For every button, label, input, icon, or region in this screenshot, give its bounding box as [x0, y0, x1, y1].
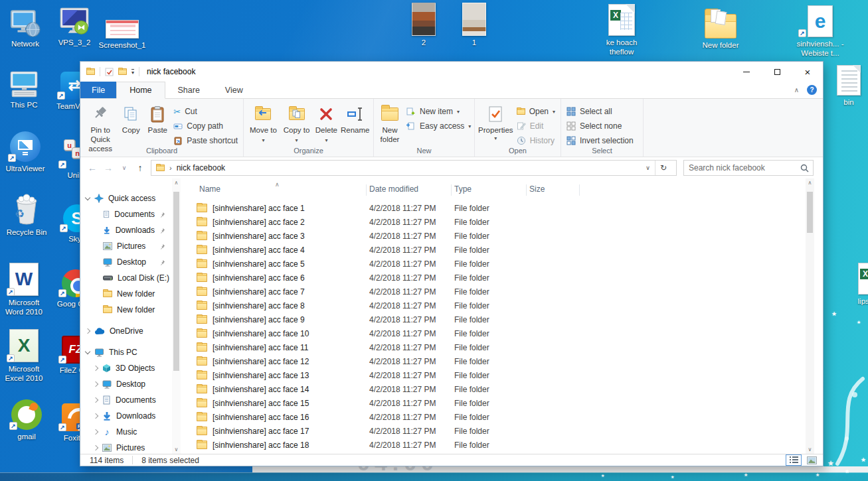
- chevron-right-icon[interactable]: [85, 328, 90, 334]
- rename-button[interactable]: Rename: [339, 103, 371, 135]
- back-button[interactable]: ←: [84, 163, 100, 173]
- desktop-icon-this-pc[interactable]: This PC: [3, 65, 45, 109]
- column-header-type[interactable]: Type: [452, 184, 527, 196]
- tab-home[interactable]: Home: [116, 82, 165, 99]
- desktop-icon-ultraviewer[interactable]: ↗ UltraViewer: [4, 129, 46, 173]
- properties-button[interactable]: Properties ▾: [477, 103, 514, 141]
- sidebar-item-documents-pc[interactable]: Documents: [80, 392, 172, 408]
- collapse-ribbon-icon[interactable]: ∧: [794, 86, 799, 94]
- partial-row[interactable]: [181, 452, 814, 453]
- table-row[interactable]: [sinhvienshare] acc face 8 4/2/2018 11:2…: [181, 299, 814, 312]
- forward-button[interactable]: →: [100, 163, 116, 173]
- sidebar-item-downloads-pc[interactable]: Downloads: [80, 408, 172, 424]
- table-row[interactable]: [sinhvienshare] acc face 15 4/2/2018 11:…: [181, 396, 814, 410]
- sidebar-item-this-pc[interactable]: This PC: [80, 344, 172, 360]
- easy-access-button[interactable]: Easy access▾: [403, 119, 474, 133]
- column-header-date-modified[interactable]: Date modified: [367, 184, 452, 196]
- desktop-icon-vps[interactable]: VPS_3_2: [53, 3, 96, 47]
- sidebar-item-documents[interactable]: Documents: [80, 206, 172, 222]
- desktop-icon-word[interactable]: W↗ Microsoft Word 2010: [3, 263, 45, 316]
- chevron-right-icon[interactable]: [93, 413, 98, 419]
- desktop-icon-new-folder[interactable]: New folder: [697, 5, 744, 50]
- table-row[interactable]: [sinhvienshare] acc face 11 4/2/2018 11:…: [181, 340, 814, 354]
- desktop-icon-excel[interactable]: X↗ Microsoft Excel 2010: [3, 329, 45, 383]
- pin-to-quick-access-button[interactable]: Pin to Quick access: [83, 103, 118, 153]
- search-input[interactable]: [684, 163, 798, 172]
- scroll-up-icon[interactable]: ∧: [806, 180, 814, 186]
- chevron-right-icon[interactable]: [93, 429, 98, 435]
- select-none-button[interactable]: Select none: [564, 119, 636, 133]
- paste-shortcut-button[interactable]: Paste shortcut: [171, 133, 240, 148]
- tab-share[interactable]: Share: [165, 82, 213, 98]
- edit-button[interactable]: Edit: [514, 119, 558, 133]
- new-folder-qat-icon[interactable]: [118, 68, 127, 75]
- copy-path-button[interactable]: Copy path: [171, 119, 240, 133]
- sidebar-scrollbar[interactable]: ∧ ∨: [172, 178, 181, 454]
- open-button[interactable]: Open▾: [514, 104, 558, 119]
- table-row[interactable]: [sinhvienshare] acc face 4 4/2/2018 11:2…: [181, 243, 814, 257]
- desktop-icon-network[interactable]: Network: [4, 4, 46, 48]
- desktop-icon-lipstick[interactable]: X lipstic đi: [850, 261, 868, 306]
- table-row[interactable]: [sinhvienshare] acc face 6 4/2/2018 11:2…: [181, 271, 814, 285]
- desktop-icon-sinhvienshare-website[interactable]: e↗ sinhviensh... - Webiste t...: [794, 4, 846, 58]
- paste-button[interactable]: Paste: [144, 103, 171, 135]
- sidebar-item-music[interactable]: ♪Music: [80, 424, 172, 440]
- up-button[interactable]: ↑: [132, 163, 148, 173]
- refresh-icon[interactable]: ↻: [655, 161, 671, 175]
- details-view-button[interactable]: [786, 454, 802, 466]
- chevron-right-icon[interactable]: [93, 397, 98, 403]
- address-dropdown-icon[interactable]: ∨: [641, 165, 655, 171]
- new-item-button[interactable]: New item▾: [403, 104, 474, 119]
- table-row[interactable]: [sinhvienshare] acc face 10 4/2/2018 11:…: [181, 326, 814, 340]
- table-row[interactable]: [sinhvienshare] acc face 17 4/2/2018 11:…: [181, 424, 814, 438]
- large-icons-view-button[interactable]: [804, 454, 820, 466]
- sidebar-item-onedrive[interactable]: OneDrive: [80, 323, 172, 339]
- chevron-right-icon[interactable]: [93, 381, 98, 387]
- scrollbar-thumb[interactable]: [807, 192, 813, 233]
- recent-locations-icon[interactable]: ∨: [116, 165, 132, 171]
- maximize-button[interactable]: [762, 62, 792, 82]
- column-header-size[interactable]: Size: [527, 184, 580, 196]
- table-row[interactable]: [sinhvienshare] acc face 2 4/2/2018 11:2…: [181, 215, 814, 229]
- history-button[interactable]: History: [514, 133, 558, 148]
- sidebar-item-quick-access[interactable]: Quick access: [80, 190, 172, 206]
- table-row[interactable]: [sinhvienshare] acc face 13 4/2/2018 11:…: [181, 368, 814, 382]
- chevron-right-icon[interactable]: [93, 366, 98, 371]
- scroll-down-icon[interactable]: ∨: [806, 447, 814, 452]
- cut-button[interactable]: ✂Cut: [171, 104, 240, 119]
- scroll-down-icon[interactable]: ∨: [172, 447, 181, 452]
- column-header-name[interactable]: Name: [197, 184, 367, 196]
- tab-file[interactable]: File: [80, 82, 116, 98]
- table-row[interactable]: [sinhvienshare] acc face 9 4/2/2018 11:2…: [181, 312, 814, 326]
- sidebar-item-local-disk-e[interactable]: Local Disk (E:): [80, 270, 172, 286]
- properties-check-icon[interactable]: [105, 68, 114, 76]
- table-row[interactable]: [sinhvienshare] acc face 18 4/2/2018 11:…: [181, 438, 814, 452]
- help-icon[interactable]: ?: [807, 85, 817, 95]
- move-to-button[interactable]: Move to ▾: [246, 103, 280, 145]
- desktop-icon-screenshot[interactable]: Screenshot_1: [97, 5, 147, 50]
- scrollbar-thumb[interactable]: [173, 192, 179, 371]
- desktop-icon-recycle-bin[interactable]: ♻ Recycle Bin: [5, 192, 48, 237]
- desktop-icon-gmail[interactable]: ↗ gmail: [5, 397, 48, 441]
- table-row[interactable]: [sinhvienshare] acc face 16 4/2/2018 11:…: [181, 410, 814, 424]
- sidebar-item-desktop[interactable]: Desktop: [80, 254, 172, 270]
- customize-toolbar-icon[interactable]: ▾: [131, 69, 134, 75]
- table-row[interactable]: [sinhvienshare] acc face 12 4/2/2018 11:…: [181, 354, 814, 368]
- breadcrumb[interactable]: › nick facebook ∨ ↻: [151, 160, 677, 176]
- chevron-right-icon[interactable]: [93, 445, 98, 450]
- desktop-icon-photo-1[interactable]: 1: [453, 3, 495, 47]
- delete-button[interactable]: Delete▾: [313, 103, 339, 145]
- desktop-icon-ke-hoach[interactable]: X ke hoach theflow: [598, 3, 646, 56]
- copy-button[interactable]: Copy: [118, 103, 144, 135]
- sidebar-item-new-folder-2[interactable]: New folder: [80, 302, 172, 318]
- table-row[interactable]: [sinhvienshare] acc face 7 4/2/2018 11:2…: [181, 285, 814, 299]
- table-row[interactable]: [sinhvienshare] acc face 3 4/2/2018 11:2…: [181, 229, 814, 243]
- invert-selection-button[interactable]: Invert selection: [564, 133, 636, 148]
- minimize-button[interactable]: [731, 62, 762, 82]
- table-row[interactable]: [sinhvienshare] acc face 14 4/2/2018 11:…: [181, 382, 814, 396]
- tab-view[interactable]: View: [213, 82, 256, 98]
- list-scrollbar[interactable]: ∧ ∨: [806, 178, 814, 454]
- sidebar-item-desktop-pc[interactable]: Desktop: [80, 376, 172, 392]
- folder-icon[interactable]: [86, 68, 95, 75]
- sidebar-item-downloads[interactable]: Downloads: [80, 222, 172, 238]
